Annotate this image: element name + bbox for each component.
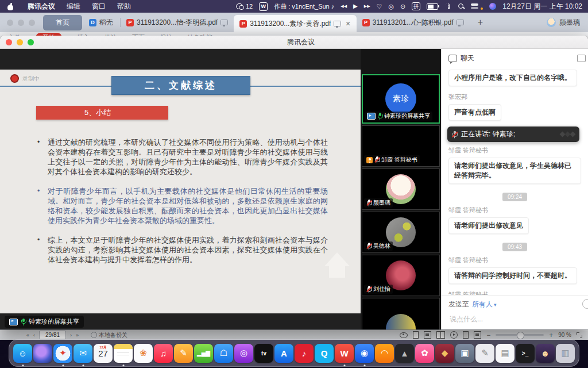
finder-icon[interactable]: ☺ xyxy=(13,344,32,363)
numbers-icon[interactable]: ▂▅▇ xyxy=(194,344,213,363)
siri-icon[interactable] xyxy=(33,344,52,363)
tab-docker[interactable]: D 稻壳 xyxy=(82,15,120,30)
next-page-icon[interactable]: › xyxy=(70,332,72,338)
wechat-menu-item[interactable]: 12 xyxy=(236,0,253,13)
light-editor-app-icon[interactable]: ✎ xyxy=(475,344,494,363)
last-page-icon[interactable]: » xyxy=(76,332,79,338)
dial-icon[interactable]: ◎ xyxy=(388,0,394,13)
participant-tile-2[interactable]: 颜墨璃 xyxy=(362,168,440,210)
chat-input[interactable] xyxy=(448,315,566,324)
tab-home[interactable]: 首页 xyxy=(43,15,82,30)
apple-tv-icon[interactable]: tv xyxy=(254,344,273,363)
slate-app-icon[interactable]: ▣ xyxy=(455,344,474,363)
red-media-app-icon[interactable]: ♪ xyxy=(295,344,314,363)
meeting-zoom-button[interactable] xyxy=(28,39,34,45)
terminal-icon[interactable]: >_ xyxy=(516,344,535,363)
backup-status[interactable]: 本地备份关 xyxy=(91,331,127,339)
wps-minimize-button[interactable] xyxy=(18,20,24,26)
control-center-icon[interactable] xyxy=(471,3,478,9)
participant-label: 吴德林 xyxy=(364,241,393,251)
participant-name: 邹霞 答辩秘书 xyxy=(381,156,417,164)
fullscreen-icon[interactable] xyxy=(577,332,582,338)
send-to-dropdown[interactable]: 所有人 ▾ xyxy=(472,300,497,309)
menu-bar-clock[interactable]: 12月27日 周一 上午 10:02 xyxy=(502,2,582,12)
media-next-icon[interactable]: ▶▶ xyxy=(364,0,370,13)
input-method-menu[interactable]: 拼 xyxy=(412,2,420,10)
podcasts-icon[interactable]: ◎ xyxy=(234,344,253,363)
emoji-icon[interactable] xyxy=(582,299,588,309)
two-page-view-icon[interactable] xyxy=(436,331,445,339)
chat-sender-name: 邹霞 答辩秘书 xyxy=(448,146,581,155)
tencent-meeting-icon[interactable]: ◉ xyxy=(355,344,374,363)
account-area[interactable]: 颜墨璃 xyxy=(546,17,588,28)
participant-tile-0[interactable]: 素珍钟素珍的屏幕共享 xyxy=(362,74,440,124)
first-page-icon[interactable]: « xyxy=(26,332,29,338)
participant-tile-3[interactable]: 吴德林 xyxy=(362,212,440,253)
page-mode-icon[interactable] xyxy=(463,331,469,339)
prev-page-icon[interactable]: ‹ xyxy=(33,332,35,338)
calendar-icon[interactable]: 12月27 xyxy=(94,344,113,363)
chat-message-bubble: 请老师们提出修改意见 xyxy=(448,217,529,234)
safari-icon[interactable]: ✦ xyxy=(53,344,72,363)
meeting-minimize-button[interactable] xyxy=(17,39,23,45)
document-tab-0[interactable]: P311913200...怡-李明德.pdf xyxy=(121,13,234,32)
music-icon[interactable]: ♫ xyxy=(154,344,173,363)
zoom-out-button[interactable]: − xyxy=(486,331,490,339)
apple-menu-icon[interactable] xyxy=(7,3,14,10)
mail-icon[interactable]: ✉ xyxy=(74,344,92,363)
chat-panel-toggle-icon[interactable] xyxy=(577,55,586,62)
tab-close-icon[interactable]: ✕ xyxy=(345,20,350,28)
new-tab-button[interactable]: + xyxy=(470,17,491,28)
wps-zoom-button[interactable] xyxy=(29,20,35,26)
menu-item-0[interactable]: 腾讯会议 xyxy=(22,2,61,10)
wifi-icon[interactable] xyxy=(444,3,452,9)
play-slideshow-icon[interactable] xyxy=(450,331,458,339)
app-store-icon[interactable]: A xyxy=(274,344,293,363)
bookmark-mode-icon[interactable] xyxy=(474,331,481,339)
white-docs-app-icon[interactable]: ▤ xyxy=(496,344,514,363)
battery-icon[interactable] xyxy=(427,3,438,10)
zoom-in-button[interactable]: + xyxy=(549,331,553,339)
chat-message-list[interactable]: 小程序用户是谁，改下自己的名字哦。张宏邦声音有点低啊正在讲话: 钟素珍;邹霞 答… xyxy=(442,65,588,295)
page-number-field[interactable]: 29/81 xyxy=(39,331,66,339)
participant-tile-4[interactable]: 刘佳怡 xyxy=(362,255,440,296)
zoom-percent[interactable]: 90 % xyxy=(558,332,571,338)
wps-close-button[interactable] xyxy=(7,20,13,26)
document-tab-1[interactable]: P311913200...素珍-黄蓉.pdf✕ xyxy=(234,15,356,32)
eye-protect-icon[interactable] xyxy=(400,332,408,338)
menu-bar-status: 12 W 作曲 : v1ncEnt_Sun ♪ ◀◀ ▶ ▶▶ ♡ ◎ ⊙ 拼 … xyxy=(236,0,588,13)
document-tab-2[interactable]: P311913201...心-陈积银.pdf xyxy=(357,13,470,32)
fit-page-icon[interactable] xyxy=(424,331,431,339)
photos-icon[interactable]: ❀ xyxy=(134,344,153,363)
siri-icon[interactable] xyxy=(489,3,496,10)
pink-app-icon[interactable]: ✿ xyxy=(415,344,434,363)
play-circle-icon[interactable]: ⊙ xyxy=(400,0,405,13)
spotlight-icon[interactable] xyxy=(458,3,465,10)
zoom-slider[interactable] xyxy=(496,334,544,336)
maroon-app-icon[interactable]: ◆ xyxy=(435,344,454,363)
single-page-view-icon[interactable] xyxy=(413,331,419,339)
participant-tile-5[interactable] xyxy=(362,298,440,329)
trash-icon[interactable]: ▥ xyxy=(556,344,575,363)
orange-app-icon[interactable]: ◠ xyxy=(375,344,394,363)
meeting-close-button[interactable] xyxy=(6,39,12,45)
game-app-icon[interactable]: ☻ xyxy=(536,344,555,363)
pages-icon[interactable]: ✎ xyxy=(174,344,193,363)
participant-label: 钟素珍的屏幕共享 xyxy=(365,112,432,121)
blue-chat-app-icon[interactable]: Q xyxy=(315,344,334,363)
media-prev-icon[interactable]: ◀◀ xyxy=(341,0,347,13)
menu-item-3[interactable]: 帮助 xyxy=(111,2,137,10)
notes-icon[interactable] xyxy=(114,344,133,363)
dark-app-icon[interactable]: ▲ xyxy=(395,344,414,363)
keynote-icon[interactable]: ☖ xyxy=(214,344,233,363)
participant-tile-1[interactable]: 邹霞 答辩秘书 xyxy=(362,125,440,167)
wps-office-icon[interactable]: W xyxy=(335,344,354,363)
wechat-badge: 12 xyxy=(246,0,253,13)
wps-menu-icon[interactable]: W xyxy=(259,2,268,11)
menu-item-2[interactable]: 窗口 xyxy=(86,2,111,10)
zoom-slider-thumb[interactable] xyxy=(517,332,524,339)
heart-icon[interactable]: ♡ xyxy=(377,0,382,13)
menu-item-1[interactable]: 编辑 xyxy=(61,2,86,10)
media-play-icon[interactable]: ▶ xyxy=(353,0,358,13)
chat-message-bubble: 小程序用户是谁，改下自己的名字哦。 xyxy=(448,70,577,86)
